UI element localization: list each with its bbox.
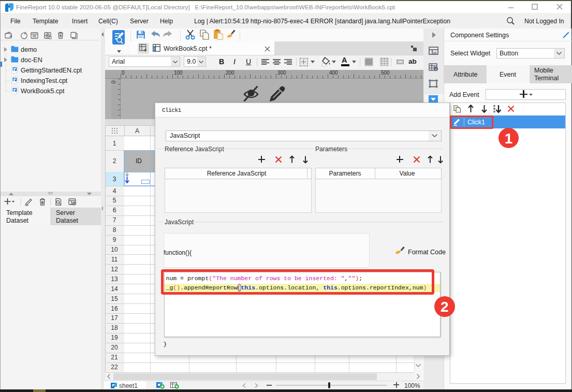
svg-text:i: i <box>435 67 436 71</box>
